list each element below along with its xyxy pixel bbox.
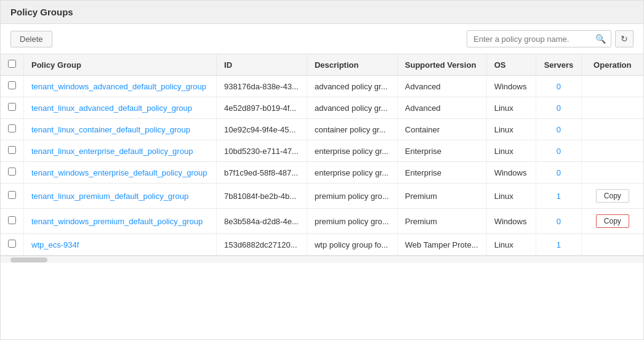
row-id: b7f1c9ed-58f8-487...	[217, 162, 307, 184]
row-id: 8e3b584a-d2d8-4e...	[217, 209, 307, 234]
select-all-checkbox[interactable]	[8, 60, 16, 68]
header-id: ID	[217, 54, 307, 76]
policy-group-link[interactable]: tenant_linux_advanced_default_policy_gro…	[31, 103, 192, 113]
row-description: premium policy gro...	[307, 209, 397, 234]
row-servers: 0	[536, 209, 581, 234]
row-servers: 0	[536, 97, 581, 119]
row-operation	[581, 97, 643, 119]
row-description: container policy gr...	[307, 119, 397, 140]
row-servers: 1	[536, 234, 581, 256]
table-row: tenant_linux_premium_default_policy_grou…	[1, 184, 643, 209]
row-os: Windows	[486, 162, 536, 184]
row-id: 938176da-838e-43...	[217, 76, 307, 97]
row-checkbox-cell	[1, 140, 24, 162]
table-row: tenant_windows_advanced_default_policy_g…	[1, 76, 643, 97]
row-policy-group: tenant_linux_enterprise_default_policy_g…	[24, 140, 217, 162]
row-checkbox-cell	[1, 162, 24, 184]
row-operation	[581, 162, 643, 184]
policy-group-link[interactable]: tenant_linux_premium_default_policy_grou…	[31, 192, 188, 201]
row-checkbox[interactable]	[8, 216, 16, 224]
row-operation	[581, 234, 643, 256]
row-checkbox-cell	[1, 184, 24, 209]
row-os: Linux	[486, 140, 536, 162]
row-checkbox[interactable]	[8, 81, 16, 89]
policy-group-link[interactable]: wtp_ecs-934f	[31, 240, 79, 249]
header-supported-version: Supported Version	[397, 54, 486, 76]
server-count[interactable]: 0	[557, 147, 561, 156]
row-servers: 0	[536, 76, 581, 97]
row-os: Windows	[486, 209, 536, 234]
row-checkbox-cell	[1, 119, 24, 140]
row-checkbox[interactable]	[8, 168, 16, 176]
row-os: Linux	[486, 97, 536, 119]
row-description: advanced policy gr...	[307, 97, 397, 119]
row-servers: 0	[536, 140, 581, 162]
scrollbar-hint	[1, 256, 643, 263]
row-description: enterprise policy gr...	[307, 162, 397, 184]
policy-group-link[interactable]: tenant_windows_premium_default_policy_gr…	[31, 217, 203, 226]
row-supported-version: Advanced	[397, 76, 486, 97]
row-checkbox[interactable]	[8, 191, 16, 199]
row-supported-version: Premium	[397, 209, 486, 234]
row-checkbox[interactable]	[8, 103, 16, 111]
search-icon-button[interactable]: 🔍	[590, 31, 611, 47]
row-checkbox[interactable]	[8, 240, 16, 248]
row-operation: Copy	[581, 184, 643, 209]
row-checkbox-cell	[1, 76, 24, 97]
delete-button[interactable]: Delete	[10, 31, 52, 47]
toolbar-right: 🔍 ↻	[467, 30, 634, 47]
server-count[interactable]: 0	[557, 125, 561, 134]
table-row: tenant_linux_advanced_default_policy_gro…	[1, 97, 643, 119]
table-row: tenant_linux_enterprise_default_policy_g…	[1, 140, 643, 162]
table-row: tenant_linux_container_default_policy_gr…	[1, 119, 643, 140]
policy-group-link[interactable]: tenant_windows_enterprise_default_policy…	[31, 168, 207, 177]
row-servers: 0	[536, 119, 581, 140]
row-policy-group: wtp_ecs-934f	[24, 234, 217, 256]
row-checkbox-cell	[1, 209, 24, 234]
server-count[interactable]: 0	[557, 217, 561, 226]
row-description: wtp policy group fo...	[307, 234, 397, 256]
server-count[interactable]: 0	[557, 82, 561, 91]
server-count[interactable]: 0	[557, 168, 561, 177]
row-operation	[581, 76, 643, 97]
row-description: advanced policy gr...	[307, 76, 397, 97]
row-supported-version: Advanced	[397, 97, 486, 119]
header-operation: Operation	[581, 54, 643, 76]
policy-group-link[interactable]: tenant_windows_advanced_default_policy_g…	[31, 82, 206, 91]
row-checkbox-cell	[1, 234, 24, 256]
row-checkbox[interactable]	[8, 146, 16, 154]
row-checkbox-cell	[1, 97, 24, 119]
row-supported-version: Premium	[397, 184, 486, 209]
copy-button[interactable]: Copy	[596, 214, 629, 228]
server-count[interactable]: 0	[557, 103, 561, 113]
row-operation	[581, 140, 643, 162]
header-os: OS	[486, 54, 536, 76]
row-id: 10e92c94-9f4e-45...	[217, 119, 307, 140]
row-supported-version: Web Tamper Prote...	[397, 234, 486, 256]
table-row: tenant_windows_premium_default_policy_gr…	[1, 209, 643, 234]
row-policy-group: tenant_linux_container_default_policy_gr…	[24, 119, 217, 140]
row-checkbox[interactable]	[8, 124, 16, 132]
row-id: 153d6882dc27120...	[217, 234, 307, 256]
page-header: Policy Groups	[1, 1, 643, 24]
table-body: tenant_windows_advanced_default_policy_g…	[1, 76, 643, 256]
row-os: Linux	[486, 119, 536, 140]
policy-group-link[interactable]: tenant_linux_container_default_policy_gr…	[31, 125, 190, 134]
policy-groups-table: Policy Group ID Description Supported Ve…	[1, 54, 643, 256]
toolbar: Delete 🔍 ↻	[1, 24, 643, 54]
table-wrapper: Policy Group ID Description Supported Ve…	[1, 54, 643, 256]
server-count[interactable]: 1	[557, 240, 561, 249]
toolbar-left: Delete	[10, 31, 52, 47]
row-id: 10bd5230-e711-47...	[217, 140, 307, 162]
row-description: premium policy gro...	[307, 184, 397, 209]
row-operation: Copy	[581, 209, 643, 234]
refresh-button[interactable]: ↻	[615, 30, 634, 47]
row-policy-group: tenant_windows_enterprise_default_policy…	[24, 162, 217, 184]
policy-group-link[interactable]: tenant_linux_enterprise_default_policy_g…	[31, 147, 193, 156]
row-policy-group: tenant_linux_advanced_default_policy_gro…	[24, 97, 217, 119]
server-count[interactable]: 1	[557, 192, 561, 201]
row-servers: 0	[536, 162, 581, 184]
search-input[interactable]	[467, 31, 590, 47]
row-id: 7b81084f-be2b-4b...	[217, 184, 307, 209]
copy-button[interactable]: Copy	[596, 189, 629, 203]
